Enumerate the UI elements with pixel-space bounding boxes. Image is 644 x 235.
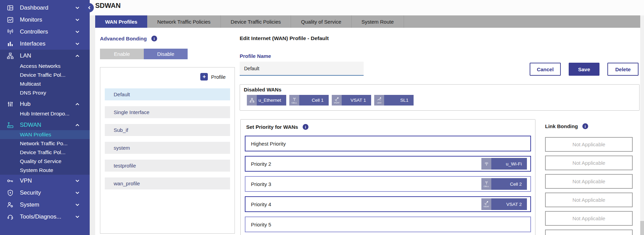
wan-chip[interactable]: u_Wi-Fi [481,158,527,170]
wan-chip[interactable]: CELL Cell 2 [481,178,527,190]
sidebar-item[interactable]: LAN [0,50,90,62]
sidebar-item-label: System [20,201,39,208]
link-bonding-list: Not ApplicableNot ApplicableNot Applicab… [545,137,633,235]
cancel-button[interactable]: Cancel [530,63,561,76]
link-bonding-select: Not Applicable [545,230,633,235]
priority-row[interactable]: Highest Priority [245,136,531,151]
priority-row[interactable]: Priority 2 u_Wi-Fi [245,156,531,172]
priority-row[interactable]: Priority 4 VSAT VSAT 2 [245,196,531,212]
tab[interactable]: System Route [352,15,404,28]
sidebar-item[interactable]: Dashboard [0,2,90,14]
profile-list-panel: + Profile DefaultSingle InterfaceSub_ifs… [100,67,235,234]
chevron-down-icon [75,42,79,45]
wan-type-caption: VSAT [334,102,339,104]
scrollbar-track[interactable] [640,15,644,235]
sidebar-item-label: Dashboard [20,4,48,11]
tab[interactable]: Quality of Service [291,15,352,28]
wan-type-icon: VSAT [481,198,491,210]
wan-chip[interactable]: u_Ethernet [247,95,286,106]
profile-list-item[interactable]: Default [105,88,230,100]
profile-list-item[interactable]: wan_profile [105,177,230,189]
sidebar-item[interactable]: Security [0,187,90,199]
profile-list-item[interactable]: system [105,142,230,154]
link-bonding-select: Not Applicable [545,174,633,189]
wan-type-caption: CELL [291,102,297,104]
profile-list: DefaultSingle InterfaceSub_ifsystemtestp… [105,88,230,195]
priority-row-label: Highest Priority [251,141,286,147]
advanced-bonding-label: Advanced Bonding [100,36,147,41]
info-icon[interactable]: i [303,124,308,130]
chevron-down-icon [75,18,79,21]
sidebar-item[interactable]: System [0,199,90,211]
sidebar-item[interactable]: Device Traffic Pol... [0,148,90,157]
info-icon[interactable]: i [582,123,588,129]
sidebar-item[interactable]: SDWAN [0,118,90,130]
wan-chip-label: VSAT 1 [342,95,371,106]
save-button[interactable]: Save [569,63,599,76]
sidebar-item[interactable]: Interfaces [0,38,90,50]
wan-chip-label: VSAT 2 [491,198,527,210]
priority-row[interactable]: Priority 3 CELL Cell 2 [245,176,531,192]
wan-type-icon: VSAT [332,95,342,106]
priority-row-label: Priority 4 [251,201,271,207]
sidebar-item-label: SDWAN [20,122,41,128]
wan-chip[interactable]: VSAT VSAT 2 [481,198,527,210]
sidebar: Dashboard Monitors Controllers Interface… [0,0,90,235]
sidebar-item[interactable]: DNS Proxy [0,88,90,97]
sidebar-item[interactable]: Hub [0,97,90,109]
priority-row[interactable]: Priority 5 [245,217,531,232]
sidebar-item-icon [5,213,15,220]
scrollbar-thumb[interactable] [640,221,644,235]
tab[interactable]: Network Traffic Policies [147,15,221,28]
tab[interactable]: Device Traffic Policies [221,15,291,28]
wan-chip-label: u_Wi-Fi [491,158,527,170]
sidebar-item[interactable]: Access Networks [0,62,90,71]
sidebar-item-icon [5,189,15,196]
wan-chip[interactable]: CELL Cell 1 [289,95,329,106]
chevron-down-icon [75,124,79,126]
sidebar-item[interactable]: Hub Internet Dropo... [0,109,90,118]
disable-button[interactable]: Disable [144,49,188,59]
sidebar-item[interactable]: Tools/Diagnos... [0,211,90,223]
priority-row-label: Priority 2 [251,161,271,167]
sidebar-item-label: Controllers [20,28,48,35]
disabled-wans-chips: u_Ethernet CELL Cell 1 VSAT VSAT 1 LEO [247,95,639,106]
priority-row-label: Priority 3 [251,181,271,187]
sidebar-item[interactable]: System Route [0,166,90,175]
tab[interactable]: WAN Profiles [95,15,147,28]
sidebar-item-icon [5,177,15,184]
chevron-down-icon [75,203,79,206]
profile-list-item[interactable]: Single Interface [105,106,230,118]
add-profile-button[interactable]: + Profile [200,73,226,81]
sidebar-item-label: Security [20,189,41,196]
sidebar-menu: Dashboard Monitors Controllers Interface… [0,2,90,223]
sidebar-item-label: DNS Proxy [20,90,46,96]
profile-list-item[interactable]: Sub_if [105,124,230,136]
sidebar-item[interactable]: Device Traffic Pol... [0,71,90,79]
chevron-down-icon [75,54,79,57]
collapse-sidebar-button[interactable] [85,3,94,12]
sidebar-item[interactable]: Controllers [0,26,90,38]
wan-type-caption: VSAT [483,206,489,208]
sidebar-item[interactable]: Network Traffic Po... [0,139,90,148]
chevron-down-icon [75,30,79,33]
profile-name-input[interactable] [240,62,364,76]
link-bonding-select: Not Applicable [545,156,633,170]
chevron-down-icon [75,215,79,218]
wan-type-icon: CELL [289,95,299,106]
sidebar-item-label: System Route [20,167,53,173]
enable-button[interactable]: Enable [100,49,144,59]
sidebar-item[interactable]: Multicast [0,79,90,88]
sidebar-item[interactable]: Quality of Service [0,157,90,166]
priority-rows: Highest Priority Priority 2 u_Wi-Fi Prio… [241,136,535,232]
wan-type-icon: CELL [481,178,491,190]
sidebar-item[interactable]: WAN Profiles [0,130,90,139]
wan-chip[interactable]: LEO SL1 [374,95,414,106]
delete-button[interactable]: Delete [607,63,639,76]
profile-list-item[interactable]: testprofile [105,160,230,172]
sidebar-item[interactable]: Monitors [0,14,90,26]
wan-chip[interactable]: VSAT VSAT 1 [332,95,371,106]
sidebar-item[interactable]: VPN [0,175,90,187]
disabled-wans-title: Disabled WANs [244,87,639,92]
info-icon[interactable]: i [151,36,157,41]
